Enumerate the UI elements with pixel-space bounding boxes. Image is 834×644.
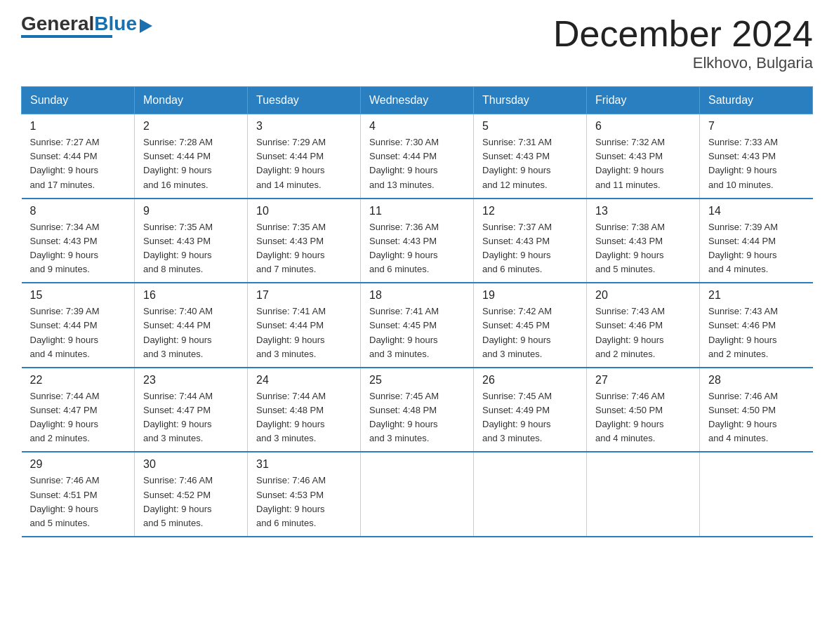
day-info: Sunrise: 7:41 AM Sunset: 4:44 PM Dayligh… [256,304,352,361]
calendar-cell: 23 Sunrise: 7:44 AM Sunset: 4:47 PM Dayl… [135,368,248,452]
day-info: Sunrise: 7:46 AM Sunset: 4:50 PM Dayligh… [708,389,805,446]
header-saturday: Saturday [700,87,813,114]
day-number: 18 [369,289,465,302]
calendar-cell: 11 Sunrise: 7:36 AM Sunset: 4:43 PM Dayl… [361,199,474,283]
calendar-cell: 8 Sunrise: 7:34 AM Sunset: 4:43 PM Dayli… [22,199,135,283]
day-number: 23 [143,374,239,387]
calendar-cell: 28 Sunrise: 7:46 AM Sunset: 4:50 PM Dayl… [700,368,813,452]
title-section: December 2024 Elkhovo, Bulgaria [553,14,813,72]
calendar-week-row: 1 Sunrise: 7:27 AM Sunset: 4:44 PM Dayli… [22,114,813,199]
calendar-table: Sunday Monday Tuesday Wednesday Thursday… [21,86,813,537]
calendar-header-row: Sunday Monday Tuesday Wednesday Thursday… [22,87,813,114]
day-info: Sunrise: 7:28 AM Sunset: 4:44 PM Dayligh… [143,135,239,192]
calendar-cell: 19 Sunrise: 7:42 AM Sunset: 4:45 PM Dayl… [474,283,587,368]
calendar-cell: 18 Sunrise: 7:41 AM Sunset: 4:45 PM Dayl… [361,283,474,368]
calendar-cell: 1 Sunrise: 7:27 AM Sunset: 4:44 PM Dayli… [22,114,135,199]
calendar-cell: 5 Sunrise: 7:31 AM Sunset: 4:43 PM Dayli… [474,114,587,199]
day-number: 9 [143,205,239,217]
day-info: Sunrise: 7:32 AM Sunset: 4:43 PM Dayligh… [595,135,691,192]
day-number: 25 [369,374,465,387]
day-number: 30 [143,458,239,471]
calendar-cell [587,452,700,537]
location-subtitle: Elkhovo, Bulgaria [553,54,813,72]
day-info: Sunrise: 7:42 AM Sunset: 4:45 PM Dayligh… [482,304,578,361]
day-number: 31 [256,458,352,471]
day-number: 20 [595,289,691,302]
calendar-week-row: 22 Sunrise: 7:44 AM Sunset: 4:47 PM Dayl… [22,368,813,452]
day-info: Sunrise: 7:46 AM Sunset: 4:53 PM Dayligh… [256,474,352,530]
header-friday: Friday [587,87,700,114]
day-number: 14 [708,205,805,217]
day-info: Sunrise: 7:35 AM Sunset: 4:43 PM Dayligh… [143,220,239,277]
calendar-cell: 3 Sunrise: 7:29 AM Sunset: 4:44 PM Dayli… [248,114,361,199]
day-number: 10 [256,205,352,217]
day-info: Sunrise: 7:31 AM Sunset: 4:43 PM Dayligh… [482,135,578,192]
header-tuesday: Tuesday [248,87,361,114]
day-number: 7 [708,120,805,133]
day-info: Sunrise: 7:46 AM Sunset: 4:52 PM Dayligh… [143,474,239,530]
day-number: 16 [143,289,239,302]
day-info: Sunrise: 7:37 AM Sunset: 4:43 PM Dayligh… [482,220,578,277]
day-info: Sunrise: 7:33 AM Sunset: 4:43 PM Dayligh… [708,135,805,192]
day-number: 24 [256,374,352,387]
day-info: Sunrise: 7:45 AM Sunset: 4:48 PM Dayligh… [369,389,465,446]
day-number: 2 [143,120,239,133]
day-info: Sunrise: 7:44 AM Sunset: 4:47 PM Dayligh… [30,389,126,446]
calendar-cell: 26 Sunrise: 7:45 AM Sunset: 4:49 PM Dayl… [474,368,587,452]
day-info: Sunrise: 7:36 AM Sunset: 4:43 PM Dayligh… [369,220,465,277]
calendar-cell: 16 Sunrise: 7:40 AM Sunset: 4:44 PM Dayl… [135,283,248,368]
day-number: 21 [708,289,805,302]
day-info: Sunrise: 7:34 AM Sunset: 4:43 PM Dayligh… [30,220,126,277]
calendar-cell: 15 Sunrise: 7:39 AM Sunset: 4:44 PM Dayl… [22,283,135,368]
day-number: 8 [30,205,126,217]
header-wednesday: Wednesday [361,87,474,114]
calendar-cell [474,452,587,537]
day-info: Sunrise: 7:30 AM Sunset: 4:44 PM Dayligh… [369,135,465,192]
day-number: 26 [482,374,578,387]
day-info: Sunrise: 7:38 AM Sunset: 4:43 PM Dayligh… [595,220,691,277]
day-number: 17 [256,289,352,302]
day-number: 22 [30,374,126,387]
day-number: 4 [369,120,465,133]
calendar-cell: 22 Sunrise: 7:44 AM Sunset: 4:47 PM Dayl… [22,368,135,452]
header-monday: Monday [135,87,248,114]
day-info: Sunrise: 7:27 AM Sunset: 4:44 PM Dayligh… [30,135,126,192]
day-info: Sunrise: 7:29 AM Sunset: 4:44 PM Dayligh… [256,135,352,192]
day-number: 19 [482,289,578,302]
calendar-cell: 27 Sunrise: 7:46 AM Sunset: 4:50 PM Dayl… [587,368,700,452]
calendar-cell: 10 Sunrise: 7:35 AM Sunset: 4:43 PM Dayl… [248,199,361,283]
calendar-cell: 20 Sunrise: 7:43 AM Sunset: 4:46 PM Dayl… [587,283,700,368]
calendar-cell [700,452,813,537]
day-number: 5 [482,120,578,133]
day-number: 29 [30,458,126,471]
logo-underline [21,35,112,38]
calendar-cell: 12 Sunrise: 7:37 AM Sunset: 4:43 PM Dayl… [474,199,587,283]
day-info: Sunrise: 7:43 AM Sunset: 4:46 PM Dayligh… [708,304,805,361]
logo-blue: Blue [94,13,137,34]
calendar-cell: 2 Sunrise: 7:28 AM Sunset: 4:44 PM Dayli… [135,114,248,199]
day-number: 27 [595,374,691,387]
day-info: Sunrise: 7:41 AM Sunset: 4:45 PM Dayligh… [369,304,465,361]
calendar-week-row: 15 Sunrise: 7:39 AM Sunset: 4:44 PM Dayl… [22,283,813,368]
header-sunday: Sunday [22,87,135,114]
page-header: GeneralBlue December 2024 Elkhovo, Bulga… [21,14,813,72]
day-number: 11 [369,205,465,217]
day-info: Sunrise: 7:45 AM Sunset: 4:49 PM Dayligh… [482,389,578,446]
calendar-cell: 25 Sunrise: 7:45 AM Sunset: 4:48 PM Dayl… [361,368,474,452]
day-info: Sunrise: 7:46 AM Sunset: 4:51 PM Dayligh… [30,474,126,530]
calendar-cell: 6 Sunrise: 7:32 AM Sunset: 4:43 PM Dayli… [587,114,700,199]
day-number: 28 [708,374,805,387]
calendar-cell: 30 Sunrise: 7:46 AM Sunset: 4:52 PM Dayl… [135,452,248,537]
calendar-week-row: 29 Sunrise: 7:46 AM Sunset: 4:51 PM Dayl… [22,452,813,537]
calendar-cell: 24 Sunrise: 7:44 AM Sunset: 4:48 PM Dayl… [248,368,361,452]
calendar-cell: 17 Sunrise: 7:41 AM Sunset: 4:44 PM Dayl… [248,283,361,368]
calendar-cell: 13 Sunrise: 7:38 AM Sunset: 4:43 PM Dayl… [587,199,700,283]
header-thursday: Thursday [474,87,587,114]
day-info: Sunrise: 7:44 AM Sunset: 4:47 PM Dayligh… [143,389,239,446]
calendar-cell [361,452,474,537]
day-info: Sunrise: 7:39 AM Sunset: 4:44 PM Dayligh… [30,304,126,361]
calendar-cell: 21 Sunrise: 7:43 AM Sunset: 4:46 PM Dayl… [700,283,813,368]
day-number: 1 [30,120,126,133]
logo-general: General [21,13,94,34]
day-info: Sunrise: 7:39 AM Sunset: 4:44 PM Dayligh… [708,220,805,277]
